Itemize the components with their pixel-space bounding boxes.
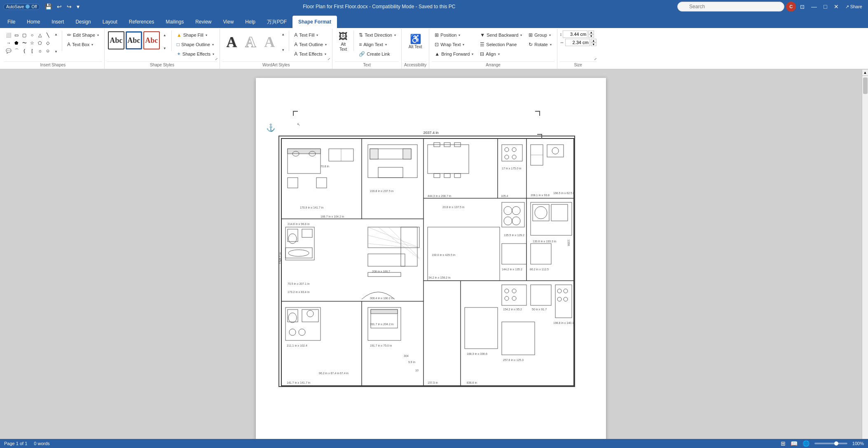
edit-shape-button[interactable]: ✏ Edit Shape ▾ [64, 30, 102, 40]
shape-circle-btn[interactable]: ○ [28, 31, 36, 39]
align-text-button[interactable]: ≡ Align Text ▾ [356, 40, 399, 49]
scroll-thumb[interactable] [863, 77, 868, 94]
shape-star-btn[interactable]: ☆ [28, 39, 36, 47]
tab-view[interactable]: View [218, 16, 240, 28]
shape-freeform-btn[interactable]: ⬟ [13, 39, 20, 47]
wordart-styles-expand-btn[interactable]: ⤢ [326, 56, 331, 61]
shape-styles-expand-btn[interactable]: ⤢ [214, 56, 219, 61]
undo-button[interactable]: ↩ [55, 2, 63, 11]
shape-wave-btn[interactable]: 〜 [21, 39, 28, 47]
shape-rounded-btn[interactable]: ▢ [21, 31, 28, 39]
save-button[interactable]: 💾 [43, 2, 54, 11]
shape-arrow-btn[interactable]: → [5, 39, 12, 47]
text-effects-button[interactable]: A Text Effects ▾ [291, 49, 330, 59]
alt-text-button[interactable]: 🖼 AltText [335, 30, 351, 54]
title-bar-right: 🔍 C ⊡ — □ ✕ ↗ Share [677, 2, 865, 12]
user-avatar[interactable]: C [786, 2, 796, 12]
tab-home[interactable]: Home [21, 16, 46, 28]
position-button[interactable]: ⊞ Position ▾ [432, 30, 476, 40]
shape-fill-button[interactable]: ▲ Shape Fill ▾ [174, 30, 217, 40]
height-decrement-btn[interactable]: ▼ [588, 34, 594, 38]
arrange-col2: ▼ Send Backward ▾ ☰ Selection Pane ⊟ Ali… [477, 30, 525, 59]
shape-diamond-btn[interactable]: ◇ [44, 39, 51, 47]
width-increment-btn[interactable]: ▲ [591, 39, 597, 42]
width-decrement-btn[interactable]: ▼ [591, 42, 597, 46]
align-button[interactable]: ⊟ Align ▾ [477, 49, 525, 59]
redo-button[interactable]: ↪ [65, 2, 73, 11]
shape-style-white-btn[interactable]: Abc [108, 31, 124, 49]
edit-shape-dropdown-icon: ▾ [97, 33, 99, 37]
send-backward-button[interactable]: ▼ Send Backward ▾ [477, 30, 525, 40]
shape-style-red-btn[interactable]: Abc [143, 31, 160, 49]
shape-effects-button[interactable]: ✦ Shape Effects ▾ [174, 49, 217, 59]
height-increment-btn[interactable]: ▲ [588, 30, 594, 34]
tab-file[interactable]: File [2, 16, 21, 28]
size-content: ↕ ▲ ▼ ↔ ▲ ▼ [560, 30, 597, 61]
zoom-thumb[interactable] [834, 441, 838, 446]
zoom-slider[interactable] [814, 443, 847, 444]
share-button[interactable]: ↗ Share [843, 3, 865, 10]
resize-handle-tl[interactable] [293, 111, 298, 116]
customize-qat-button[interactable]: ▾ [75, 2, 81, 11]
tab-layout[interactable]: Layout [97, 16, 123, 28]
scroll-up-button[interactable]: ▲ [862, 70, 868, 76]
tab-review[interactable]: Review [190, 16, 217, 28]
shape-line-btn[interactable]: ╲ [44, 31, 51, 39]
read-mode-btn[interactable]: 📖 [791, 440, 798, 447]
shape-smiley-btn[interactable]: ☺ [44, 47, 51, 54]
shape-outline-button[interactable]: □ Shape Outline ▾ [174, 40, 217, 49]
tab-references[interactable]: References [123, 16, 160, 28]
rotate-button[interactable]: ↻ Rotate ▾ [526, 40, 554, 49]
text-fill-button[interactable]: A Text Fill ▾ [291, 30, 330, 40]
svg-point-104 [564, 297, 568, 301]
wrap-text-button[interactable]: ⊡ Wrap Text ▾ [432, 40, 476, 49]
tab-shape-format[interactable]: Shape Format [292, 16, 337, 28]
text-outline-button[interactable]: A Text Outline ▾ [291, 40, 330, 49]
close-button[interactable]: ✕ [831, 2, 841, 11]
resize-handle-tr[interactable] [535, 111, 540, 116]
shape-styles-scroll-down[interactable]: ▼ [162, 45, 168, 51]
shape-brace-btn[interactable]: { [21, 47, 28, 54]
size-expand-btn[interactable]: ⤢ [593, 56, 598, 61]
shape-text-btn[interactable]: ⬜ [5, 31, 12, 39]
shapes-scroll-up[interactable]: ▲ [53, 31, 59, 37]
web-layout-btn[interactable]: 🌐 [802, 440, 810, 447]
wordart-a-outline[interactable]: A [241, 30, 260, 54]
tab-design[interactable]: Design [70, 16, 96, 28]
shape-pentagon-btn[interactable]: ⬠ [36, 39, 44, 47]
accessibility-alt-text-button[interactable]: ♿ Alt Text [406, 30, 425, 54]
shape-style-blue-btn[interactable]: Abc [126, 31, 142, 49]
svg-rect-98 [531, 285, 551, 305]
tab-wanxingpdf[interactable]: 万兴PDF [261, 16, 292, 28]
ribbon-display-options-button[interactable]: ⊡ [798, 3, 807, 11]
tab-insert[interactable]: Insert [46, 16, 70, 28]
search-input[interactable] [677, 2, 784, 12]
shape-curve-btn[interactable]: ⌒ [13, 47, 20, 54]
print-layout-view-btn[interactable]: ⊞ [781, 440, 786, 447]
shape-callout-btn[interactable]: 💬 [5, 47, 12, 54]
minimize-button[interactable]: — [809, 2, 819, 11]
shapes-scroll-down[interactable]: ▼ [53, 49, 59, 54]
restore-button[interactable]: □ [821, 2, 829, 11]
autosave-toggle[interactable]: AutoSave Off [3, 4, 40, 10]
shape-rect-btn[interactable]: ▭ [13, 31, 20, 39]
selection-pane-button[interactable]: ☰ Selection Pane [477, 40, 525, 49]
bring-forward-button[interactable]: ▲ Bring Forward ▾ [432, 49, 476, 59]
tab-help[interactable]: Help [239, 16, 261, 28]
wordart-a-shaded[interactable]: A [260, 30, 278, 54]
text-direction-button[interactable]: ⇅ Text Direction ▾ [356, 30, 399, 40]
group-button[interactable]: ⊞ Group ▾ [526, 30, 554, 40]
wordart-scroll-down[interactable]: ▼ [280, 47, 286, 53]
create-link-button[interactable]: 🔗 Create Link [356, 49, 399, 59]
shape-bracket-btn[interactable]: [ [28, 47, 36, 54]
wordart-a-filled[interactable]: A [222, 30, 241, 54]
shape-sun-btn[interactable]: ☼ [36, 47, 44, 54]
wordart-scroll-up[interactable]: ▲ [280, 31, 286, 37]
tab-mailings[interactable]: Mailings [160, 16, 190, 28]
text-box-button[interactable]: A Text Box ▾ [64, 40, 102, 49]
width-input[interactable] [565, 39, 590, 46]
text-group-label: Text [335, 61, 399, 68]
shape-triangle-btn[interactable]: △ [36, 31, 44, 39]
height-input[interactable] [563, 30, 587, 38]
shape-styles-scroll-up[interactable]: ▲ [162, 32, 168, 38]
